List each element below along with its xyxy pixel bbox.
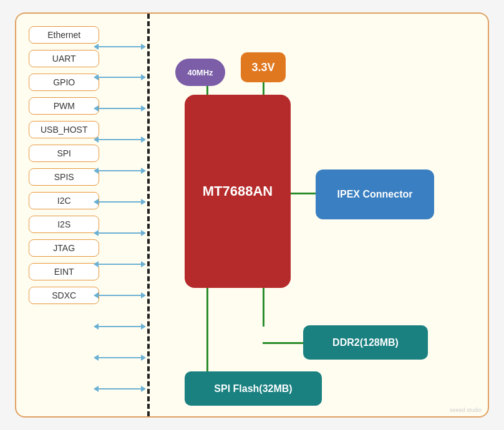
ddr2-memory: DDR2(128MB): [303, 325, 428, 360]
iface-gpio: GPIO: [29, 74, 99, 91]
arrow-usb-host: [94, 168, 146, 174]
arrow-pwm: [94, 136, 146, 143]
chip-mt7688an: MT7688AN: [185, 95, 291, 288]
iface-i2s: I2S: [29, 216, 99, 233]
dotted-divider: [147, 14, 150, 416]
interface-list: Ethernet UART GPIO PWM USB_HOST SPI SPIS…: [29, 26, 99, 304]
iface-usb-host: USB_HOST: [29, 121, 99, 138]
arrow-eint: [94, 355, 146, 361]
oscillator-40mhz: 40MHz: [175, 59, 225, 86]
arrow-spi: [94, 199, 146, 205]
iface-eint: EINT: [29, 263, 99, 280]
iface-sdxc: SDXC: [29, 287, 99, 304]
line-chip-ipex: [291, 193, 317, 194]
line-chip-ddr2-v: [263, 288, 264, 327]
arrow-i2s: [94, 292, 146, 299]
diagram-container: Ethernet UART GPIO PWM USB_HOST SPI SPIS…: [15, 12, 489, 418]
watermark: seeed studio: [450, 407, 482, 413]
iface-uart: UART: [29, 50, 99, 67]
iface-pwm: PWM: [29, 97, 99, 115]
arrow-gpio: [94, 105, 146, 112]
arrow-sdxc: [94, 386, 146, 392]
ipex-connector: IPEX Connector: [316, 170, 434, 219]
regulator-3v3: 3.3V: [241, 52, 286, 82]
arrow-ethernet: [94, 44, 146, 50]
iface-spis: SPIS: [29, 168, 99, 186]
arrow-jtag: [94, 323, 146, 330]
arrow-uart: [94, 74, 146, 80]
line-chip-spi-v: [206, 288, 208, 371]
iface-ethernet: Ethernet: [29, 26, 99, 44]
iface-jtag: JTAG: [29, 239, 99, 257]
iface-i2c: I2C: [29, 192, 99, 209]
spi-flash: SPI Flash(32MB): [185, 371, 322, 406]
arrow-i2c: [94, 261, 146, 267]
arrow-spis: [94, 230, 146, 236]
iface-spi: SPI: [29, 145, 99, 162]
line-chip-ddr2-h: [263, 342, 303, 344]
